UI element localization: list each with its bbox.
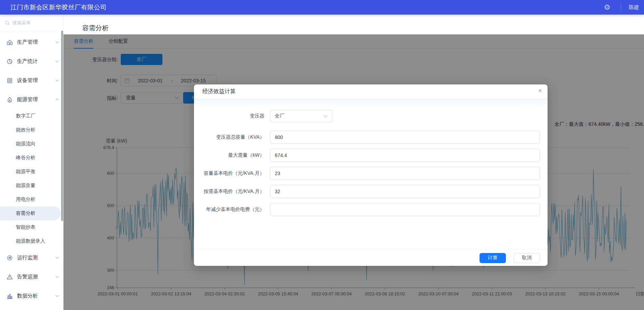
sidebar-item-用电分析[interactable]: 用电分析 — [0, 193, 63, 206]
stats-icon — [6, 58, 13, 65]
sidebar-group-设备管理[interactable]: 设备管理 — [0, 71, 63, 90]
field-label: 容量基本电价（元/KVA.月） — [194, 170, 264, 177]
header-divider — [621, 3, 621, 11]
company-title: 江门市新会区新华胶丝厂有限公司 — [10, 3, 107, 11]
sidebar-item-数字工厂[interactable]: 数字工厂 — [0, 109, 63, 123]
sidebar-group-数据分析[interactable]: 数据分析 — [0, 286, 63, 305]
sidebar-group-告警追溯[interactable]: 告警追溯 — [0, 267, 63, 286]
field-label: 年减少基本电价电费（元） — [194, 206, 264, 213]
analysis-icon — [6, 293, 13, 300]
form-row: 容量基本电价（元/KVA.月）23 — [194, 167, 548, 180]
sidebar-item-能源平衡[interactable]: 能源平衡 — [0, 165, 63, 179]
chevron-up-icon — [55, 98, 59, 101]
sidebar-item-能效分析[interactable]: 能效分析 — [0, 123, 63, 137]
input-最大需量（kW）[interactable]: 674.4 — [270, 149, 540, 162]
sidebar-item-智能抄表[interactable]: 智能抄表 — [0, 220, 63, 234]
economic-benefit-modal: 经济效益计算 × 变压器全厂 变压器总容量（KVA）800最大需量（kW）674… — [194, 84, 548, 266]
form-row: 年减少基本电价电费（元） — [194, 203, 548, 216]
chevron-down-icon — [55, 256, 59, 259]
chevron-down-icon — [55, 276, 59, 278]
form-row: 按需基本电价（元/KVA.月）32 — [194, 185, 548, 198]
cancel-button[interactable]: 取消 — [514, 253, 540, 263]
sidebar-group-能源管理[interactable]: 能源管理 — [0, 90, 63, 109]
modal-title: 经济效益计算 — [202, 88, 236, 95]
sidebar-scrollbar[interactable] — [61, 31, 63, 221]
sidebar-item-峰谷分析[interactable]: 峰谷分析 — [0, 151, 63, 165]
input-容量基本电价（元/KVA.月）[interactable]: 23 — [270, 167, 540, 180]
field-label: 变压器总容量（KVA） — [194, 134, 264, 140]
search-placeholder: 搜索菜单 — [12, 20, 31, 26]
energy-icon — [6, 96, 13, 103]
input-按需基本电价（元/KVA.月）[interactable]: 32 — [270, 185, 540, 198]
sidebar-item-容需分析[interactable]: 容需分析 — [0, 206, 61, 220]
chevron-down-icon — [323, 115, 328, 117]
modal-header: 经济效益计算 × — [194, 84, 548, 99]
field-label: 变压器 — [194, 113, 264, 119]
sidebar: 搜索菜单 生产管理 生产统计 设备管理 能源管理 数字工厂能效分析能源流向峰谷分… — [0, 15, 63, 310]
monitor-icon — [6, 254, 13, 261]
device-icon — [6, 77, 13, 84]
chevron-down-icon — [55, 60, 59, 63]
chevron-down-icon — [55, 41, 59, 43]
search-icon — [5, 20, 10, 26]
calculate-button[interactable]: 计算 — [480, 253, 506, 263]
settings-gear-icon[interactable]: ⚙ — [604, 3, 610, 11]
modal-footer: 计算 取消 — [194, 250, 548, 266]
alarm-icon — [6, 274, 13, 280]
current-user[interactable]: 陈建 — [629, 4, 639, 11]
chevron-down-icon — [55, 295, 59, 297]
home-icon — [6, 39, 13, 46]
close-icon[interactable]: × — [538, 87, 542, 94]
form-row: 变压器总容量（KVA）800 — [194, 131, 548, 144]
sidebar-item-能源数据录入[interactable]: 能源数据录入 — [0, 234, 63, 248]
sidebar-group-生产统计[interactable]: 生产统计 — [0, 52, 63, 71]
sidebar-item-能源流向[interactable]: 能源流向 — [0, 137, 63, 151]
sidebar-menu: 生产管理 生产统计 设备管理 能源管理 数字工厂能效分析能源流向峰谷分析能源平衡… — [0, 31, 63, 305]
sidebar-group-运行监测[interactable]: 运行监测 — [0, 248, 63, 267]
menu-search-input[interactable]: 搜索菜单 — [0, 15, 63, 31]
app-header: 江门市新会区新华胶丝厂有限公司 ⚙ 陈建 — [0, 0, 644, 15]
sidebar-item-能源质量[interactable]: 能源质量 — [0, 179, 63, 193]
chevron-down-icon — [55, 79, 59, 82]
form-row: 变压器全厂 — [194, 110, 548, 122]
input-变压器总容量（KVA）[interactable]: 800 — [270, 131, 540, 144]
sidebar-group-生产管理[interactable]: 生产管理 — [0, 33, 63, 52]
modal-body: 变压器全厂 变压器总容量（KVA）800最大需量（kW）674.4容量基本电价（… — [194, 99, 548, 216]
field-label: 按需基本电价（元/KVA.月） — [194, 188, 264, 195]
transformer-select[interactable]: 全厂 — [270, 110, 332, 122]
page-title: 容需分析 — [82, 24, 109, 33]
form-row: 最大需量（kW）674.4 — [194, 149, 548, 162]
page-title-bar: 容需分析 — [63, 15, 644, 34]
input-年减少基本电价电费（元）[interactable] — [270, 203, 540, 216]
field-label: 最大需量（kW） — [194, 152, 264, 158]
